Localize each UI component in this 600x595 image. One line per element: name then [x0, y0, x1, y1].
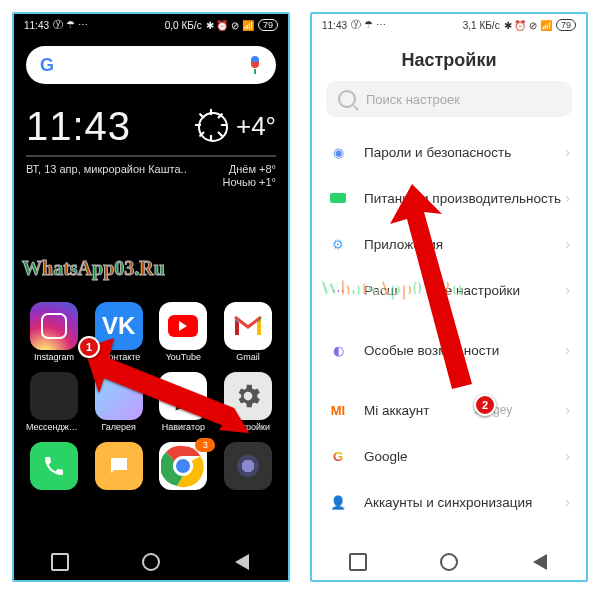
notification-badge: 3 — [195, 438, 215, 452]
nav-back-button[interactable] — [232, 552, 252, 572]
svg-line-6 — [200, 132, 203, 135]
phone-icon — [30, 442, 78, 490]
vk-icon: VK — [95, 302, 143, 350]
chevron-right-icon: › — [565, 236, 570, 252]
youtube-icon — [159, 302, 207, 350]
date-text: ВТ, 13 апр, микрорайон Кашта.. — [26, 163, 187, 189]
app-label: ВКонтакте — [97, 352, 140, 362]
app-label: Настройки — [226, 422, 270, 432]
navigator-icon — [159, 372, 207, 420]
svg-line-4 — [200, 114, 203, 117]
status-icon: ⓨ ☂ ⋯ — [351, 18, 386, 32]
app-settings[interactable]: Настройки — [220, 372, 276, 432]
clock-time: 11:43 — [26, 104, 131, 149]
settings-item-label: Приложения — [364, 237, 443, 252]
status-time: 11:43 — [24, 20, 49, 31]
chevron-right-icon: › — [565, 342, 570, 358]
android-nav-bar — [312, 544, 586, 580]
dock-chrome[interactable]: 3 — [155, 442, 211, 490]
accessibility-icon: ◐ — [328, 340, 348, 360]
camera-icon — [224, 442, 272, 490]
dots-icon: ⋯ — [328, 280, 348, 300]
shield-icon: ◉ — [328, 142, 348, 162]
temperature: +4° — [236, 111, 276, 142]
callout-badge-2: 2 — [474, 394, 496, 416]
settings-search-input[interactable]: Поиск настроек — [326, 81, 572, 117]
sun-icon — [198, 112, 228, 142]
mic-icon[interactable] — [248, 56, 262, 74]
chevron-right-icon: › — [565, 190, 570, 206]
nav-home-button[interactable] — [141, 552, 161, 572]
sync-icon: 👤 — [328, 492, 348, 512]
dock-camera[interactable] — [220, 442, 276, 490]
battery-pill-icon — [328, 188, 348, 208]
settings-item-sync[interactable]: 👤 Аккаунты и синхронизация › — [312, 479, 586, 525]
app-label: YouTube — [166, 352, 201, 362]
app-label: Gmail — [236, 352, 260, 362]
settings-item-apps[interactable]: ⚙ Приложения › — [312, 221, 586, 267]
nav-back-button[interactable] — [530, 552, 550, 572]
app-youtube[interactable]: YouTube — [155, 302, 211, 362]
home-body: G 11:43 +4° — [14, 36, 288, 540]
gallery-icon — [95, 372, 143, 420]
settings-item-label: Google — [364, 449, 408, 464]
folder-icon — [30, 372, 78, 420]
settings-item-advanced[interactable]: ⋯ Расширенные настройки › — [312, 267, 586, 313]
android-nav-bar — [14, 544, 288, 580]
app-vk[interactable]: VK ВКонтакте — [91, 302, 147, 362]
app-label: Галерея — [101, 422, 136, 432]
settings-list: ◉ Пароли и безопасность › Питание и прои… — [312, 129, 586, 525]
app-folder-messengers[interactable]: Мессенджеры — [26, 372, 82, 432]
mi-logo-icon: MI — [328, 400, 348, 420]
callout-badge-1: 1 — [78, 336, 100, 358]
app-grid: Instagram VK ВКонтакте YouTube Gmail — [26, 302, 276, 490]
apps-gear-icon: ⚙ — [328, 234, 348, 254]
svg-line-5 — [219, 132, 222, 135]
phone-home-screen: 11:43 ⓨ ☂ ⋯ 0,0 КБ/с ✱ ⏰ ⊘ 📶 79 G 11:43 — [12, 12, 290, 582]
messages-icon — [95, 442, 143, 490]
nav-recent-button[interactable] — [348, 552, 368, 572]
battery-icon: 79 — [556, 19, 576, 31]
settings-item-label: Пароли и безопасность — [364, 145, 511, 160]
dock-messages[interactable] — [91, 442, 147, 490]
dock-phone[interactable] — [26, 442, 82, 490]
settings-item-label: Питание и производительность — [364, 191, 561, 206]
chevron-right-icon: › — [565, 494, 570, 510]
status-icons-right: ✱ ⏰ ⊘ 📶 — [206, 20, 254, 31]
phone-settings-screen: 11:43 ⓨ ☂ ⋯ 3,1 КБ/с ✱ ⏰ ⊘ 📶 79 Настройк… — [310, 12, 588, 582]
app-label: Instagram — [34, 352, 74, 362]
search-icon — [338, 90, 356, 108]
app-gmail[interactable]: Gmail — [220, 302, 276, 362]
page-title: Настройки — [312, 36, 586, 81]
settings-item-label: Расширенные настройки — [364, 283, 520, 298]
settings-gear-icon — [224, 372, 272, 420]
battery-icon: 79 — [258, 19, 278, 31]
settings-item-label: Особые возможности — [364, 343, 499, 358]
clock-weather-widget[interactable]: 11:43 +4° — [26, 104, 276, 149]
settings-item-google[interactable]: G Google › — [312, 433, 586, 479]
settings-item-mi-account[interactable]: MI Mi аккаунт Sergey › — [312, 387, 586, 433]
settings-item-accessibility[interactable]: ◐ Особые возможности › — [312, 327, 586, 373]
settings-item-battery[interactable]: Питание и производительность › — [312, 175, 586, 221]
nav-recent-button[interactable] — [50, 552, 70, 572]
status-icons-right: ✱ ⏰ ⊘ 📶 — [504, 20, 552, 31]
app-instagram[interactable]: Instagram — [26, 302, 82, 362]
chevron-right-icon: › — [565, 144, 570, 160]
settings-item-security[interactable]: ◉ Пароли и безопасность › — [312, 129, 586, 175]
chevron-right-icon: › — [565, 402, 570, 418]
settings-body: Настройки Поиск настроек ◉ Пароли и безо… — [312, 36, 586, 544]
search-placeholder: Поиск настроек — [366, 92, 460, 107]
instagram-icon — [30, 302, 78, 350]
gmail-icon — [224, 302, 272, 350]
settings-item-label: Mi аккаунт — [364, 403, 429, 418]
app-navigator[interactable]: Навигатор — [155, 372, 211, 432]
date-forecast-row[interactable]: ВТ, 13 апр, микрорайон Кашта.. Днём +8° … — [26, 155, 276, 189]
chevron-right-icon: › — [565, 448, 570, 464]
status-net-speed: 3,1 КБ/с — [463, 20, 500, 31]
google-logo-icon: G — [40, 55, 54, 76]
status-bar: 11:43 ⓨ ☂ ⋯ 0,0 КБ/с ✱ ⏰ ⊘ 📶 79 — [14, 14, 288, 36]
nav-home-button[interactable] — [439, 552, 459, 572]
app-gallery[interactable]: Галерея — [91, 372, 147, 432]
google-search-bar[interactable]: G — [26, 46, 276, 84]
status-time: 11:43 — [322, 20, 347, 31]
